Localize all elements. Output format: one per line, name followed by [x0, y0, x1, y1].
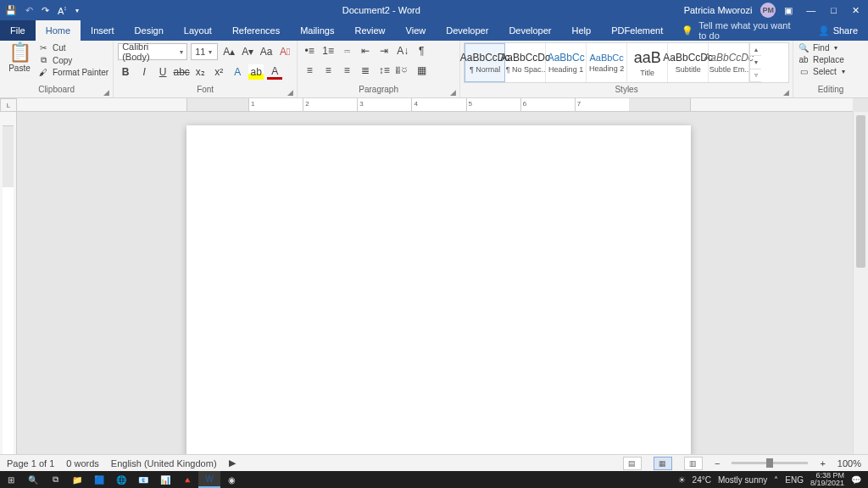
gallery-down-icon[interactable]: ▾	[750, 56, 761, 69]
grow-font-icon[interactable]: A▴	[221, 44, 236, 59]
clock-date[interactable]: 8/19/2021	[810, 480, 844, 487]
save-icon[interactable]: 💾	[5, 5, 17, 16]
user-avatar[interactable]: PM	[760, 3, 776, 18]
tab-view[interactable]: View	[396, 20, 437, 41]
subscript-icon[interactable]: x₂	[192, 64, 208, 80]
style-title[interactable]: aaBTitle	[627, 43, 668, 82]
line-spacing-icon[interactable]: ↕≡	[376, 63, 392, 78]
start-button[interactable]: ⊞	[0, 471, 22, 488]
read-mode-icon[interactable]: ▤	[623, 457, 642, 470]
tab-references[interactable]: References	[222, 20, 290, 41]
style-normal[interactable]: AaBbCcDc¶ Normal	[465, 43, 505, 82]
word-count-status[interactable]: 0 words	[66, 458, 99, 469]
close-icon[interactable]: ✕	[852, 5, 860, 16]
vertical-scrollbar[interactable]	[853, 112, 868, 454]
chrome-icon[interactable]: ◉	[220, 471, 242, 488]
tray-chevron-icon[interactable]: ˄	[774, 475, 778, 485]
style-no-spacing[interactable]: AaBbCcDc¶ No Spac...	[505, 43, 546, 82]
minimize-icon[interactable]: —	[806, 5, 815, 16]
clipboard-dialog-icon[interactable]: ◢	[103, 88, 109, 97]
undo-icon[interactable]: ↶	[25, 5, 33, 16]
tab-developer-2[interactable]: Developer	[498, 20, 561, 41]
ribbon-display-icon[interactable]: ▣	[784, 5, 793, 16]
horizontal-ruler[interactable]	[17, 98, 853, 112]
tell-me-search[interactable]: 💡 Tell me what you want to do	[673, 20, 807, 41]
zoom-slider[interactable]	[732, 462, 808, 464]
superscript-icon[interactable]: x²	[211, 64, 226, 80]
highlight-icon[interactable]: ab	[248, 64, 264, 80]
share-button[interactable]: 👤 Share	[808, 20, 868, 41]
tab-pdfelement[interactable]: PDFelement	[601, 20, 673, 41]
styles-gallery[interactable]: AaBbCcDc¶ Normal AaBbCcDc¶ No Spac... Aa…	[464, 42, 789, 83]
language-status[interactable]: English (United Kingdom)	[111, 458, 217, 469]
macro-icon[interactable]: ▶	[229, 458, 236, 469]
tab-mailings[interactable]: Mailings	[290, 20, 344, 41]
input-language[interactable]: ENG	[785, 475, 804, 485]
justify-icon[interactable]: ≣	[358, 63, 373, 78]
tab-developer-1[interactable]: Developer	[436, 20, 498, 41]
print-layout-icon[interactable]: ▦	[654, 457, 672, 470]
search-icon[interactable]: 🔍	[22, 471, 44, 488]
align-center-icon[interactable]: ≡	[320, 63, 336, 78]
tab-help[interactable]: Help	[562, 20, 602, 41]
tab-layout[interactable]: Layout	[174, 20, 222, 41]
redo-icon[interactable]: ↷	[42, 5, 49, 16]
paragraph-dialog-icon[interactable]: ◢	[450, 88, 456, 97]
numbering-icon[interactable]: 1≡	[320, 43, 336, 58]
shrink-font-icon[interactable]: A▾	[240, 44, 255, 59]
notifications-icon[interactable]: 💬	[851, 475, 861, 485]
gallery-up-icon[interactable]: ▴	[750, 43, 761, 56]
decrease-indent-icon[interactable]: ⇤	[358, 43, 373, 58]
zoom-level[interactable]: 100%	[837, 458, 861, 469]
bullets-icon[interactable]: •≡	[302, 43, 317, 58]
taskbar-app-1[interactable]: 🟦	[88, 471, 110, 488]
font-size-combo[interactable]: 11▾	[191, 43, 218, 60]
taskbar-app-3[interactable]: 📊	[154, 471, 176, 488]
underline-icon[interactable]: U	[155, 64, 170, 80]
web-layout-icon[interactable]: ▥	[684, 457, 703, 470]
zoom-in-icon[interactable]: +	[820, 458, 825, 469]
paste-button[interactable]: 📋 Paste	[4, 43, 35, 73]
align-left-icon[interactable]: ≡	[302, 63, 317, 78]
style-heading-1[interactable]: AaBbCcHeading 1	[546, 43, 587, 82]
tab-insert[interactable]: Insert	[81, 20, 125, 41]
gallery-more-icon[interactable]: ▿	[750, 69, 761, 82]
select-button[interactable]: ▭Select▾	[798, 67, 845, 76]
copy-button[interactable]: ⧉Copy	[37, 55, 108, 65]
font-name-combo[interactable]: Calibri (Body)▾	[118, 43, 187, 60]
shading-icon[interactable]: �ధ	[395, 63, 410, 78]
tab-selector-icon[interactable]: L	[0, 98, 17, 112]
strikethrough-icon[interactable]: abc	[174, 64, 189, 80]
weather-temp[interactable]: 24°C	[693, 475, 711, 485]
edge-icon[interactable]: 🌐	[110, 471, 132, 488]
taskbar-app-2[interactable]: 📧	[132, 471, 154, 488]
format-painter-button[interactable]: 🖌Format Painter	[37, 68, 108, 77]
cut-button[interactable]: ✂Cut	[37, 43, 108, 53]
page-number-status[interactable]: Page 1 of 1	[7, 458, 54, 469]
touch-mode-icon[interactable]: A↕	[58, 5, 67, 16]
change-case-icon[interactable]: Aa	[259, 44, 274, 59]
zoom-out-icon[interactable]: −	[715, 458, 720, 469]
style-heading-2[interactable]: AaBbCcHeading 2	[587, 43, 627, 82]
tab-file[interactable]: File	[0, 20, 36, 41]
tab-home[interactable]: Home	[36, 20, 81, 41]
user-name[interactable]: Patricia Mworozi	[684, 5, 753, 15]
sort-icon[interactable]: A↓	[395, 43, 410, 58]
styles-dialog-icon[interactable]: ◢	[783, 88, 789, 97]
borders-icon[interactable]: ▦	[414, 63, 429, 78]
clear-formatting-icon[interactable]: Aͯ	[277, 44, 292, 59]
multilevel-list-icon[interactable]: ⎓	[339, 43, 354, 58]
word-taskbar-icon[interactable]: W	[198, 471, 220, 488]
italic-icon[interactable]: I	[136, 64, 152, 80]
tab-design[interactable]: Design	[125, 20, 174, 41]
vlc-icon[interactable]: 🔺	[176, 471, 198, 488]
style-subtitle[interactable]: AaBbCcDcSubtitle	[668, 43, 709, 82]
weather-desc[interactable]: Mostly sunny	[718, 475, 767, 485]
tab-review[interactable]: Review	[345, 20, 396, 41]
style-subtle-emphasis[interactable]: AaBbCcDcSubtle Em...	[709, 43, 749, 82]
weather-icon[interactable]: ☀	[678, 475, 686, 485]
document-page[interactable]	[186, 125, 691, 454]
increase-indent-icon[interactable]: ⇥	[376, 43, 392, 58]
replace-button[interactable]: abReplace	[798, 55, 845, 64]
bold-icon[interactable]: B	[118, 64, 133, 80]
